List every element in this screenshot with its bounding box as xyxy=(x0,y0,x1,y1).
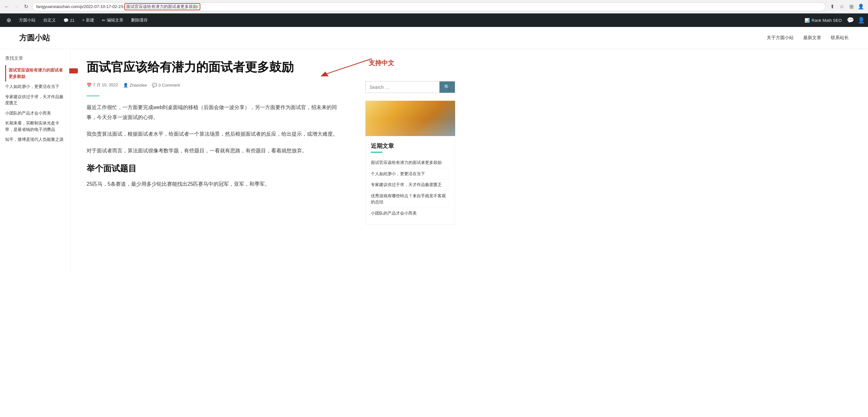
admin-bar-comments-count: 21 xyxy=(70,18,74,23)
admin-bar-site[interactable]: 方圆小站 xyxy=(16,16,39,25)
sidebar-link-3[interactable]: 小团队的产品才会小而美 xyxy=(5,108,65,118)
admin-bar-delete-cache[interactable]: 删除缓存 xyxy=(128,16,151,25)
admin-bar-profile[interactable]: 👤 xyxy=(858,17,865,24)
comment-icon-article: 💬 xyxy=(152,83,157,88)
user-icon: 👤 xyxy=(123,83,128,88)
sidebar-link-1[interactable]: 个人如此渺小，更要活在当下 xyxy=(5,82,65,92)
right-sidebar: 支持中文 🔍 近期文章 面试官应该给有潜力的面试者更多鼓励 个人如此渺小，更要活… xyxy=(359,49,462,274)
admin-bar-new[interactable]: + 新建 xyxy=(79,16,97,25)
admin-bar-customize[interactable]: 自定义 xyxy=(40,16,59,25)
profile-button[interactable]: 👤 xyxy=(857,3,865,10)
nav-latest[interactable]: 最新文章 xyxy=(803,35,821,41)
article-date-text: 7 月 10, 2022 xyxy=(93,82,118,88)
bookmark-button[interactable]: ☆ xyxy=(838,3,845,10)
svg-line-0 xyxy=(324,59,372,75)
rank-math-icon: 📊 xyxy=(805,18,810,23)
comment-icon: 💬 xyxy=(63,18,69,23)
recent-posts-title: 近期文章 xyxy=(371,142,450,150)
article-para-2: 对于面试者而言，算法面试很像考数学题，有些题目，一看就有思路，有些题目，看着就想… xyxy=(87,146,343,155)
rank-math-button[interactable]: 📊 Rank Math SEO xyxy=(801,16,845,25)
recent-post-2[interactable]: 专家建议供过于求，天才作品极度匮乏 xyxy=(371,179,450,190)
admin-bar-notification[interactable]: 💬 xyxy=(847,17,854,24)
recent-post-3[interactable]: 优秀游戏有哪些特点？来自手残党不客观的总结 xyxy=(371,190,450,208)
admin-bar-delete-cache-label: 删除缓存 xyxy=(131,17,148,23)
annotation-area: 支持中文 xyxy=(365,56,455,81)
article-section-title: 举个面试题目 xyxy=(87,163,343,174)
article-title: 面试官应该给有潜力的面试者更多鼓励 xyxy=(87,59,343,76)
admin-bar-site-name: 方圆小站 xyxy=(19,17,36,23)
sidebar-link-2[interactable]: 专家建议供过于求，天才作品极度匮乏 xyxy=(5,92,65,108)
recent-post-1[interactable]: 个人如此渺小，更要活在当下 xyxy=(371,169,450,180)
article-para-1: 我负责算法面试，根据面试者水平，给面试者一个算法场景，然后根据面试者的反应，给出… xyxy=(87,129,343,139)
site-title: 方圆小站 xyxy=(19,33,767,43)
article-comments: 💬 0 Comment xyxy=(152,83,180,88)
admin-bar-edit-post-label: 编辑文章 xyxy=(107,17,123,23)
wp-logo-link[interactable]: ⊕ xyxy=(3,15,14,26)
recent-post-0[interactable]: 面试官应该给有潜力的面试者更多鼓励 xyxy=(371,157,450,169)
main-content: 面试官应该给有潜力的面试者更多鼓励 📅 7 月 10, 2022 👤 Zhaoo… xyxy=(70,49,359,274)
article-date: 📅 7 月 10, 2022 xyxy=(87,82,118,88)
site-header: 方圆小站 关于方圆小站 最新文章 联系站长 xyxy=(0,27,868,49)
rank-math-label: Rank Math SEO xyxy=(812,18,842,23)
extensions-button[interactable]: ⊞ xyxy=(847,3,855,10)
recent-posts-title-line xyxy=(371,152,382,153)
left-sidebar: 查找文章 面试官应该给有潜力的面试者更多鼓励 个人如此渺小，更要活在当下 专家建… xyxy=(0,49,70,274)
search-button[interactable]: 🔍 xyxy=(439,82,455,93)
nav-about[interactable]: 关于方圆小站 xyxy=(767,35,794,41)
article-section-para: 25匹马，5条赛道，最少用多少轮比赛能找出25匹赛马中的冠军，亚军，和季军。 xyxy=(87,179,343,189)
admin-bar-comments[interactable]: 💬 21 xyxy=(60,16,78,25)
wp-logo-icon: ⊕ xyxy=(6,17,11,24)
sidebar-link-5[interactable]: 知乎，微博是现代人负能量之源 xyxy=(5,135,65,145)
article-para-0: 最近工作很忙，一方面要完成web到桌面端的移植（后面会做一波分享），另一方面要作… xyxy=(87,102,343,122)
search-widget: 🔍 xyxy=(365,81,455,93)
edit-icon: ✏ xyxy=(102,18,105,23)
sidebar-link-4[interactable]: 长期来看，买断制实体光盘卡带，是最省钱的电子消费品 xyxy=(5,118,65,135)
article-meta: 📅 7 月 10, 2022 👤 Zhaoolee 💬 0 Comment xyxy=(87,82,343,88)
back-button[interactable]: ← xyxy=(3,3,10,10)
admin-bar-customize-label: 自定义 xyxy=(43,17,56,23)
calendar-icon: 📅 xyxy=(87,83,92,88)
share-button[interactable]: ⬆ xyxy=(828,3,836,10)
title-underline xyxy=(87,96,99,96)
refresh-button[interactable]: ↻ xyxy=(23,3,30,10)
main-layout: 查找文章 面试官应该给有潜力的面试者更多鼓励 个人如此渺小，更要活在当下 专家建… xyxy=(0,49,868,274)
site-nav: 关于方圆小站 最新文章 联系站长 xyxy=(767,35,849,41)
annotation-arrow xyxy=(308,56,378,81)
article-author: 👤 Zhaoolee xyxy=(123,83,147,88)
sidebar-heading: 查找文章 xyxy=(5,56,65,61)
wp-admin-bar: ⊕ 方圆小站 自定义 💬 21 + 新建 ✏ 编辑文章 删除缓存 📊 Rank … xyxy=(0,13,868,27)
url-highlighted: 面试官应该给有潜力的面试者更多鼓励/ xyxy=(124,3,200,10)
article-author-text: Zhaoolee xyxy=(129,83,147,88)
recent-post-4[interactable]: 小团队的产品才会小而美 xyxy=(371,208,450,219)
browser-actions: ⬆ ☆ ⊞ 👤 xyxy=(828,3,865,10)
forward-button[interactable]: → xyxy=(13,3,20,10)
url-prefix: fangyuanxiaozhan.com/p/2022-07-10-17-02-… xyxy=(36,4,124,9)
search-input[interactable] xyxy=(366,82,439,92)
toc-tab[interactable]: 隐藏目录 xyxy=(69,68,78,73)
admin-bar-new-label: + 新建 xyxy=(82,17,94,23)
article-body: 最近工作很忙，一方面要完成web到桌面端的移植（后面会做一波分享），另一方面要作… xyxy=(87,102,343,189)
article-comments-text: 0 Comment xyxy=(158,83,180,88)
sidebar-link-0[interactable]: 面试官应该给有潜力的面试者更多鼓励 xyxy=(5,65,65,82)
sidebar-links: 面试官应该给有潜力的面试者更多鼓励 个人如此渺小，更要活在当下 专家建议供过于求… xyxy=(5,65,65,145)
nav-contact[interactable]: 联系站长 xyxy=(831,35,849,41)
recent-posts-widget: 近期文章 面试官应该给有潜力的面试者更多鼓励 个人如此渺小，更要活在当下 专家建… xyxy=(365,136,455,225)
admin-bar-edit-post[interactable]: ✏ 编辑文章 xyxy=(99,16,127,25)
browser-chrome: ← → ↻ fangyuanxiaozhan.com/p/2022-07-10-… xyxy=(0,0,868,13)
